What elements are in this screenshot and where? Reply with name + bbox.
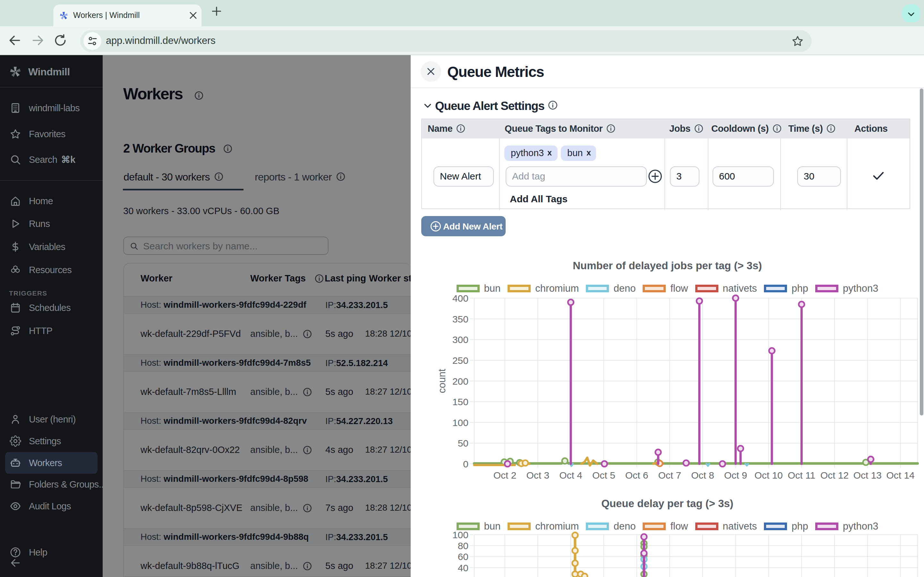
url-text[interactable]: app.windmill.dev/workers — [106, 35, 216, 47]
reload-icon[interactable] — [53, 33, 67, 47]
sidebar-item-label: Home — [29, 196, 53, 206]
tab-title: Workers | Windmill — [73, 11, 140, 20]
workers-page: Workers 2 Worker Groups default - 30 wor… — [103, 55, 411, 577]
sidebar-triggers-label: TRIGGERS — [9, 290, 47, 297]
back-icon[interactable] — [8, 33, 22, 47]
bot-icon — [10, 457, 21, 469]
sidebar-item-workers[interactable]: Workers — [5, 452, 97, 474]
sidebar-logo-label[interactable]: Windmill — [28, 66, 70, 78]
tab-close-icon[interactable] — [187, 10, 199, 21]
route-icon — [10, 325, 21, 337]
sidebar-item-label: Search — [29, 155, 57, 165]
svg-text:80: 80 — [458, 540, 468, 551]
sidebar-item-label: HTTP — [29, 326, 52, 336]
sidebar-item-settings[interactable]: Settings — [0, 430, 103, 452]
site-info-button[interactable] — [83, 32, 102, 50]
tab-search-chevron-button[interactable] — [902, 5, 920, 23]
sidebar-item-help[interactable]: Help — [0, 542, 103, 563]
home-icon — [10, 195, 21, 207]
sidebar-item-search[interactable]: Search⌘k — [0, 149, 103, 171]
search-icon — [10, 154, 21, 165]
forward-icon[interactable] — [31, 33, 45, 47]
play-icon — [10, 218, 21, 229]
site-settings-icon — [87, 35, 98, 47]
browser-window: Workers | Windmill — [0, 0, 924, 577]
sidebar-divider — [0, 180, 103, 181]
svg-text:100: 100 — [452, 530, 468, 540]
sidebar-item-label: User (henri) — [29, 414, 76, 425]
sidebar-item-label: Runs — [29, 219, 50, 229]
eye-icon — [10, 500, 21, 512]
sidebar: Windmill TRIGGERS windmill-labs Favorite… — [0, 55, 103, 577]
sidebar-item-audit-logs[interactable]: Audit Logs — [0, 495, 103, 517]
sidebar-item-folders[interactable]: Folders & Groups... — [0, 474, 103, 495]
sidebar-item-label: Help — [29, 547, 47, 558]
sidebar-item-label: Resources — [29, 265, 71, 276]
calendar-icon — [10, 302, 21, 314]
address-bar[interactable]: app.windmill.dev/workers — [80, 30, 812, 52]
search-shortcut: ⌘k — [61, 154, 75, 165]
svg-text:60: 60 — [458, 551, 468, 562]
dollar-icon — [10, 241, 21, 253]
sidebar-item-favorites[interactable]: Favorites — [0, 123, 103, 145]
building-icon — [10, 102, 21, 114]
help-icon — [10, 546, 21, 558]
browser-toolbar: app.windmill.dev/workers — [0, 26, 924, 55]
sidebar-item-label: Favorites — [29, 129, 65, 139]
sidebar-item-resources[interactable]: Resources — [0, 259, 103, 281]
browser-tab-strip: Workers | Windmill — [0, 0, 924, 26]
person-icon — [10, 414, 21, 425]
chevron-down-icon — [907, 10, 916, 19]
sidebar-item-label: Folders & Groups... — [29, 479, 106, 490]
sidebar-item-home[interactable]: Home — [0, 190, 103, 212]
sidebar-item-http[interactable]: HTTP — [0, 320, 103, 342]
svg-text:40: 40 — [458, 562, 468, 573]
queue-delay-chart: 406080100 — [411, 55, 924, 577]
new-tab-button[interactable] — [210, 5, 223, 17]
queue-metrics-drawer: Queue Metrics Queue Alert Settings NameQ… — [411, 55, 924, 577]
sidebar-divider — [0, 87, 103, 87]
sidebar-item-schedules[interactable]: Schedules — [0, 297, 103, 319]
star-icon — [10, 128, 21, 140]
drawer-backdrop[interactable] — [103, 55, 411, 577]
bookmark-star-icon[interactable] — [791, 35, 804, 47]
sidebar-item-label: Audit Logs — [29, 501, 71, 512]
sidebar-item-user[interactable]: User (henri) — [0, 408, 103, 430]
sidebar-item-runs[interactable]: Runs — [0, 213, 103, 235]
sidebar-item-label: Variables — [29, 242, 65, 252]
sidebar-item-label: windmill-labs — [29, 103, 79, 113]
windmill-logo-icon — [9, 65, 22, 78]
browser-tab[interactable]: Workers | Windmill — [53, 5, 202, 26]
sidebar-item-label: Settings — [29, 436, 61, 446]
sidebar-item-label: Schedules — [29, 303, 71, 313]
app-root: Windmill TRIGGERS windmill-labs Favorite… — [0, 55, 924, 577]
boxes-icon — [10, 264, 21, 276]
folder-icon — [10, 479, 21, 490]
sidebar-item-label: Workers — [29, 458, 62, 468]
windmill-favicon — [59, 11, 69, 21]
sidebar-item-variables[interactable]: Variables — [0, 236, 103, 258]
gear-icon — [10, 435, 21, 447]
sidebar-item-workspace[interactable]: windmill-labs — [0, 97, 103, 119]
